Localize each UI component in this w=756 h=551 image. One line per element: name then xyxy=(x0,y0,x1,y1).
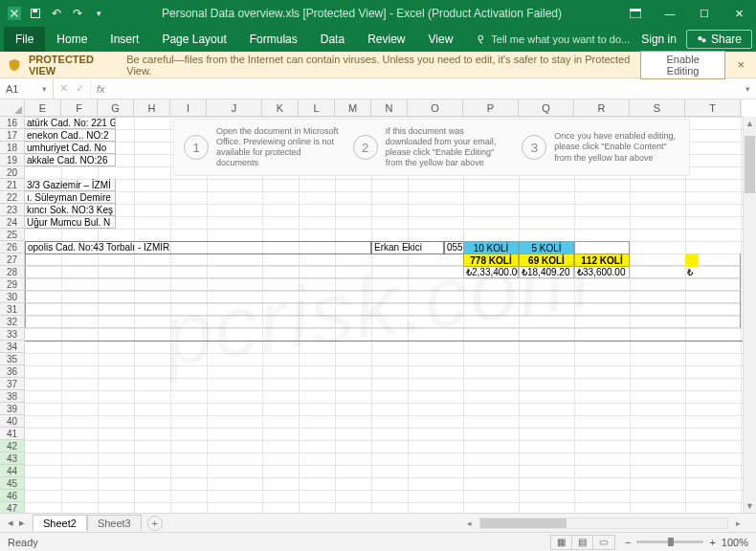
row-header[interactable]: 43 xyxy=(0,452,24,465)
column-header[interactable]: S xyxy=(630,99,685,116)
select-all-triangle[interactable] xyxy=(0,99,25,117)
tab-home[interactable]: Home xyxy=(45,27,99,52)
file-tab[interactable]: File xyxy=(4,27,45,52)
tab-view[interactable]: View xyxy=(417,27,465,52)
row-header[interactable]: 36 xyxy=(0,365,24,378)
row-header[interactable]: 16 xyxy=(0,117,24,129)
row-header[interactable]: 39 xyxy=(0,403,24,415)
koli-yellow-cell[interactable]: 112 KOLİ xyxy=(574,253,630,267)
close-button[interactable]: ✕ xyxy=(722,0,756,27)
koli-trailing-cell[interactable] xyxy=(685,253,699,267)
minimize-button[interactable]: — xyxy=(653,0,687,27)
zoom-in-button[interactable]: + xyxy=(709,537,715,548)
row-header[interactable]: 35 xyxy=(0,353,24,365)
horizontal-scrollbar[interactable] xyxy=(479,518,728,529)
sheet-tab-other[interactable]: Sheet3 xyxy=(87,515,142,531)
column-header[interactable]: E xyxy=(25,99,61,116)
horizontal-scroll-thumb[interactable] xyxy=(480,518,567,528)
row-header[interactable]: 47 xyxy=(0,502,24,513)
cell-name[interactable]: Erkan Ekici xyxy=(371,241,444,254)
cell-value[interactable]: ı. Süleyman Demire xyxy=(25,191,116,204)
page-break-view-button[interactable]: ▭ xyxy=(593,536,614,549)
row-header[interactable]: 41 xyxy=(0,428,24,440)
row-header[interactable]: 22 xyxy=(0,191,24,204)
column-header[interactable]: M xyxy=(335,99,371,116)
row-header[interactable]: 26 xyxy=(0,241,24,253)
column-header[interactable]: L xyxy=(299,99,335,116)
row-header[interactable]: 44 xyxy=(0,465,24,477)
column-header[interactable]: G xyxy=(98,99,134,116)
qat-dropdown-icon[interactable]: ▾ xyxy=(92,7,105,20)
formula-expand-icon[interactable]: ▾ xyxy=(740,84,756,94)
save-icon[interactable] xyxy=(29,7,42,20)
row-header[interactable]: 20 xyxy=(0,166,24,179)
protected-view-close-icon[interactable]: × xyxy=(733,57,748,72)
column-header[interactable]: T xyxy=(685,99,741,116)
column-header[interactable]: I xyxy=(170,99,207,116)
cell-value[interactable]: atürk Cad. No: 221 G xyxy=(25,117,116,129)
row-header[interactable]: 34 xyxy=(0,341,24,353)
cell-address[interactable]: opolis Cad. No:43 Torbalı - İZMİR xyxy=(25,241,371,254)
row-header[interactable]: 27 xyxy=(0,253,24,266)
hscroll-right-icon[interactable]: ▸ xyxy=(734,518,743,528)
column-header[interactable]: Q xyxy=(519,99,574,116)
tab-page-layout[interactable]: Page Layout xyxy=(150,27,237,52)
koli-yellow-cell[interactable]: 778 KOLİ xyxy=(463,253,519,267)
row-header[interactable]: 18 xyxy=(0,142,24,154)
add-sheet-button[interactable]: + xyxy=(147,516,163,531)
tab-data[interactable]: Data xyxy=(309,27,356,52)
row-header[interactable]: 30 xyxy=(0,291,24,303)
column-headers[interactable]: EFGHIJKLMNOPQRST xyxy=(25,99,743,117)
column-header[interactable]: O xyxy=(408,99,463,116)
sign-in-link[interactable]: Sign in xyxy=(632,33,686,46)
row-headers[interactable]: 1617181920212223242526272829303132333435… xyxy=(0,117,25,513)
koli-blue-cell[interactable]: 5 KOLİ xyxy=(519,241,574,254)
koli-amount-cell[interactable]: ₺33,600.00 xyxy=(574,266,630,278)
column-header[interactable]: P xyxy=(463,99,519,116)
row-header[interactable]: 25 xyxy=(0,229,24,241)
row-header[interactable]: 45 xyxy=(0,477,24,490)
vertical-scrollbar[interactable]: ▲ ▼ xyxy=(743,117,756,513)
name-box-dropdown-icon[interactable]: ▾ xyxy=(42,84,47,94)
cell-value[interactable]: akkale Cad. NO:26 xyxy=(25,154,116,166)
scroll-up-icon[interactable]: ▲ xyxy=(744,117,756,130)
column-header[interactable]: F xyxy=(61,99,98,116)
row-header[interactable]: 17 xyxy=(0,129,24,142)
redo-icon[interactable]: ↷ xyxy=(71,7,84,20)
tab-insert[interactable]: Insert xyxy=(99,27,150,52)
koli-blue-cell[interactable]: 10 KOLİ xyxy=(463,241,519,254)
koli-trailing-cell[interactable]: ₺ xyxy=(685,266,697,278)
tell-me-search[interactable]: Tell me what you want to do... xyxy=(476,33,630,45)
share-button[interactable]: Share xyxy=(686,30,752,49)
koli-yellow-cell[interactable]: 69 KOLİ xyxy=(519,253,574,267)
row-header[interactable]: 21 xyxy=(0,179,24,191)
row-header[interactable]: 42 xyxy=(0,440,24,452)
row-header[interactable]: 38 xyxy=(0,390,24,403)
name-box[interactable]: A1 ▾ xyxy=(0,78,54,99)
zoom-out-button[interactable]: − xyxy=(625,537,631,548)
cell-value[interactable]: kıncı Sok. NO:3 Keş xyxy=(25,204,116,216)
cell-value[interactable]: umhuriyet Cad. No xyxy=(25,142,116,154)
normal-view-button[interactable]: ▦ xyxy=(551,536,572,549)
tab-nav-prev-icon[interactable]: ◂ xyxy=(8,517,13,529)
hscroll-left-icon[interactable]: ◂ xyxy=(465,518,474,528)
page-layout-view-button[interactable]: ▤ xyxy=(572,536,593,549)
spreadsheet-grid[interactable]: EFGHIJKLMNOPQRST 16171819202122232425262… xyxy=(0,99,756,513)
row-header[interactable]: 32 xyxy=(0,316,24,328)
zoom-level[interactable]: 100% xyxy=(722,537,748,548)
row-header[interactable]: 19 xyxy=(0,154,24,166)
row-header[interactable]: 23 xyxy=(0,204,24,216)
undo-icon[interactable]: ↶ xyxy=(50,7,63,20)
row-header[interactable]: 28 xyxy=(0,266,24,278)
column-header[interactable]: R xyxy=(574,99,630,116)
tab-formulas[interactable]: Formulas xyxy=(238,27,309,52)
maximize-button[interactable]: ☐ xyxy=(687,0,722,27)
cell-value[interactable]: enekon Cad.. NO:2 xyxy=(25,129,116,142)
tab-nav-next-icon[interactable]: ▸ xyxy=(19,517,25,529)
zoom-slider-thumb[interactable] xyxy=(668,538,674,546)
column-header[interactable]: H xyxy=(134,99,170,116)
column-header[interactable]: J xyxy=(207,99,262,116)
ribbon-display-options-icon[interactable] xyxy=(618,0,653,27)
cell-value[interactable]: Uğur Mumcu Bul. N xyxy=(25,216,116,229)
row-header[interactable]: 33 xyxy=(0,328,24,341)
